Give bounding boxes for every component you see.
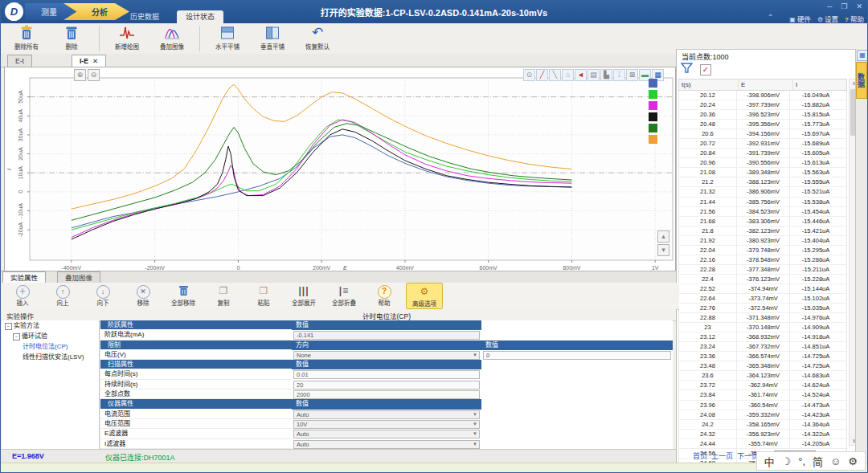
table-row[interactable]: 20.36-396.523mV-15.815uA <box>679 110 846 120</box>
table-row[interactable]: 22.64-373.74mV-15.102uA <box>679 294 846 304</box>
insert-button[interactable]: ＋插入 <box>4 283 41 309</box>
chart-scroll-up-icon[interactable]: ▴ <box>657 230 669 243</box>
table-row[interactable]: 23.12-368.932mV-14.918uA <box>679 332 846 342</box>
panel-grid-icon[interactable]: ▦ <box>857 50 868 61</box>
prev-page-link[interactable]: 上一页 <box>711 451 733 461</box>
tree-node-methods[interactable]: −实验方法 <box>2 320 99 331</box>
tree-collapse-icon[interactable]: − <box>13 333 20 340</box>
filter-icon[interactable] <box>681 63 693 77</box>
table-row[interactable]: 22.52-374.94mV-15.144uA <box>679 284 846 294</box>
move-down-button[interactable]: ↓向下 <box>84 283 121 309</box>
tile-vertical-button[interactable]: 垂直平铺 <box>250 23 295 54</box>
i-filter-select[interactable]: Auto▼ <box>293 440 480 449</box>
help-button-toolbar[interactable]: ?帮助 <box>366 283 403 309</box>
remove-all-button[interactable]: 全部移除 <box>165 283 202 309</box>
table-row[interactable]: 23.72-362.94mV-14.624uA <box>679 381 846 390</box>
table-row[interactable]: 20.48-395.356mV-15.773uA <box>679 120 846 129</box>
ime-emoji-icon[interactable]: ☺ <box>830 455 841 467</box>
table-row[interactable]: 21.92-380.923mV-15.404uA <box>679 236 846 246</box>
step-current-input[interactable]: -0.141 <box>293 331 480 340</box>
table-row[interactable]: 22.28-377.348mV-15.211uA <box>679 265 846 275</box>
legend-swatch[interactable] <box>649 135 657 144</box>
annotation-icon[interactable]: ▤ <box>588 69 600 81</box>
first-page-link[interactable]: 首页 <box>693 451 707 461</box>
ime-simplified-icon[interactable]: 简 <box>813 454 823 469</box>
legend-swatch[interactable] <box>649 79 657 88</box>
expand-all-button[interactable]: |||全部展开 <box>285 283 322 309</box>
remove-button[interactable]: ✕移除 <box>125 283 162 309</box>
x-label-box-icon[interactable]: ⊠ <box>626 69 638 81</box>
table-row[interactable]: 23.36-366.574mV-14.725uA <box>679 352 846 361</box>
table-row[interactable]: 21.68-383.306mV-15.446uA <box>679 217 846 226</box>
tab-i-e[interactable]: I-E✕ <box>72 55 106 67</box>
tree-collapse-icon[interactable]: − <box>5 323 12 330</box>
hardware-button[interactable]: ▣硬件 <box>789 14 811 23</box>
collapse-all-button[interactable]: |≡全部折叠 <box>326 283 362 309</box>
fit-view-icon[interactable]: ⊖ <box>88 69 100 81</box>
table-row[interactable]: 22.04-379.748mV-15.295uA <box>679 246 846 255</box>
legend-swatch[interactable] <box>649 101 657 110</box>
limit-value-input[interactable]: 0 <box>483 351 671 360</box>
table-row[interactable]: 24.08-359.332mV-14.423uA <box>679 410 846 420</box>
table-row[interactable]: 21.08-389.348mV-15.563uA <box>679 168 846 177</box>
ime-language-icon[interactable]: 中 <box>764 454 775 469</box>
tab-history-data[interactable]: 历史数据 <box>121 10 168 23</box>
new-plot-button[interactable]: 新增绘图 <box>104 23 149 54</box>
minimize-button[interactable]: ─ <box>827 2 832 10</box>
table-row[interactable]: 21.56-384.523mV-15.454uA <box>679 207 846 217</box>
data-side-tab[interactable]: 数据 <box>856 62 867 99</box>
per-point-input[interactable]: 0.01 <box>293 370 480 379</box>
delete-all-button[interactable]: 删除所有 <box>4 23 49 54</box>
tree-leaf-cp[interactable]: 计时电位法(CP) <box>2 341 99 352</box>
draw-line-icon[interactable]: ╱ <box>536 69 548 81</box>
table-row[interactable]: 21.32-386.906mV-15.521uA <box>679 187 846 197</box>
draw-backline-icon[interactable]: ╲ <box>549 69 561 81</box>
legend-swatch[interactable] <box>649 112 657 121</box>
select-check-icon[interactable]: ✓ <box>700 64 711 75</box>
help-button[interactable]: ?帮助 <box>845 14 864 23</box>
tile-horizontal-button[interactable]: 水平平铺 <box>205 23 250 54</box>
col-header-e[interactable]: E <box>739 80 793 90</box>
chart-area[interactable]: -400mV-200mV0200mV400mV600mV800mV1V50uA4… <box>4 67 676 271</box>
duration-input[interactable]: 20 <box>293 381 480 389</box>
table-row[interactable]: 24.44-355.74mV-14.205uA <box>679 439 846 449</box>
col-header-i[interactable]: I <box>793 80 846 90</box>
tree-leaf-lsv[interactable]: 线性扫描伏安法(LSV) <box>2 352 99 362</box>
lsv-plot[interactable]: -400mV-200mV0200mV400mV600mV800mV1V50uA4… <box>5 67 675 271</box>
tree-node-cycle[interactable]: −循环试验 <box>2 331 99 341</box>
paste-button[interactable]: ❒粘贴 <box>245 283 282 309</box>
ime-settings-icon[interactable]: ⚙ <box>848 455 858 467</box>
copy-button[interactable]: ❐复制 <box>205 283 242 309</box>
direction-select[interactable]: None▼ <box>293 351 480 360</box>
x-label-icon[interactable]: ⌶ <box>613 69 625 81</box>
snap-point-icon[interactable]: ⊙ <box>523 69 535 81</box>
table-row[interactable]: 20.6-394.156mV-15.697uA <box>679 129 846 139</box>
settings-button[interactable]: ⚙设置 <box>817 14 838 23</box>
table-row[interactable]: 22.88-371.348mV-14.976uA <box>679 313 846 323</box>
table-row[interactable]: 24.2-358.165mV-14.364uA <box>679 420 846 430</box>
cursor-marker-icon[interactable]: ◄ <box>575 69 587 81</box>
table-row[interactable]: 20.24-397.739mV-15.882uA <box>679 100 846 110</box>
chart-scroll-down-icon[interactable]: ▾ <box>657 244 669 256</box>
advanced-options-button[interactable]: ⚙高级选项 <box>406 283 443 309</box>
table-row[interactable]: 23.24-367.732mV-14.851uA <box>679 342 846 352</box>
ime-mode-icon[interactable]: ☽ <box>782 455 792 467</box>
restore-default-button[interactable]: ↶ 恢复默认 <box>295 23 340 54</box>
table-row[interactable]: 22.76-372.54mV-15.035uA <box>679 304 846 313</box>
table-row[interactable]: 20.12-398.906mV-16.049uA <box>679 91 846 100</box>
current-range-select[interactable]: Auto▼ <box>293 410 480 419</box>
delete-button[interactable]: 删除 <box>49 23 94 54</box>
voltage-range-select[interactable]: 10V▼ <box>293 420 480 429</box>
table-row[interactable]: 24.32-356.923mV-14.322uA <box>679 430 846 439</box>
restore-button[interactable]: ❐ <box>841 2 847 10</box>
move-up-button[interactable]: ↑向上 <box>44 283 81 309</box>
legend-swatch[interactable] <box>649 124 657 133</box>
close-button[interactable]: ✕ <box>856 2 862 10</box>
table-row[interactable]: 20.96-390.556mV-15.613uA <box>679 158 846 168</box>
table-row[interactable]: 23-370.148mV-14.909uA <box>679 323 846 332</box>
e-filter-select[interactable]: Auto▼ <box>293 430 480 438</box>
tab-e-t[interactable]: E-t <box>7 55 32 67</box>
legend-swatch[interactable] <box>649 90 657 99</box>
table-row[interactable]: 20.84-391.739mV-15.605uA <box>679 149 846 158</box>
table-row[interactable]: 22.4-376.123mV-15.228uA <box>679 275 846 284</box>
